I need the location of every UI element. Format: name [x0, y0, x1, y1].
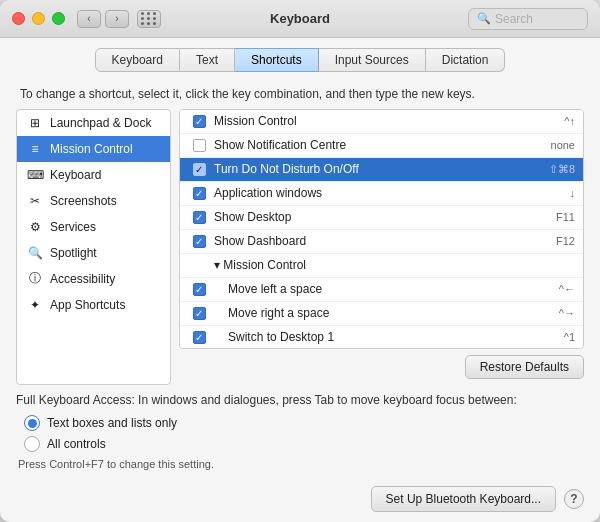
radio-inner-text-boxes: [28, 419, 37, 428]
search-box[interactable]: 🔍 Search: [468, 8, 588, 30]
sidebar-label-services: Services: [50, 220, 96, 234]
spotlight-icon: 🔍: [27, 245, 43, 261]
sidebar-item-keyboard[interactable]: ⌨ Keyboard: [17, 162, 170, 188]
checkbox-8[interactable]: ✓: [193, 307, 206, 320]
services-icon: ⚙: [27, 219, 43, 235]
keyboard-window: ‹ › Keyboard 🔍 Search Keyboard Text Shor…: [0, 0, 600, 522]
shortcut-row-show-dashboard[interactable]: ✓ Show Dashboard F12: [180, 230, 583, 254]
tabs-bar: Keyboard Text Shortcuts Input Sources Di…: [0, 38, 600, 78]
shortcut-key-4: F11: [556, 211, 575, 223]
shortcut-name-1: Show Notification Centre: [210, 138, 551, 152]
search-placeholder: Search: [495, 12, 533, 26]
checkbox-4[interactable]: ✓: [193, 211, 206, 224]
check-cell-2: ✓: [188, 163, 210, 176]
sidebar-item-services[interactable]: ⚙ Services: [17, 214, 170, 240]
sidebar-item-accessibility[interactable]: ⓘ Accessibility: [17, 266, 170, 292]
shortcut-name-2: Turn Do Not Disturb On/Off: [210, 162, 549, 176]
checkbox-3[interactable]: ✓: [193, 187, 206, 200]
tab-dictation[interactable]: Dictation: [426, 48, 506, 72]
check-cell-7: ✓: [188, 283, 210, 296]
check-cell-4: ✓: [188, 211, 210, 224]
check-cell-5: ✓: [188, 235, 210, 248]
traffic-lights: [12, 12, 65, 25]
minimize-button[interactable]: [32, 12, 45, 25]
shortcut-row-switch-desktop[interactable]: ✓ Switch to Desktop 1 ^1: [180, 326, 583, 349]
shortcut-row-mission-control-header[interactable]: ✓ Mission Control ^↑: [180, 110, 583, 134]
shortcut-key-8: ^→: [559, 307, 575, 319]
shortcut-key-2: ⇧⌘8: [549, 163, 575, 176]
check-cell-3: ✓: [188, 187, 210, 200]
shortcut-row-show-desktop[interactable]: ✓ Show Desktop F11: [180, 206, 583, 230]
check-cell-1: [188, 139, 210, 152]
app-grid-button[interactable]: [137, 10, 161, 28]
checkbox-9[interactable]: ✓: [193, 331, 206, 344]
tab-shortcuts[interactable]: Shortcuts: [235, 48, 319, 72]
back-button[interactable]: ‹: [77, 10, 101, 28]
sidebar-item-spotlight[interactable]: 🔍 Spotlight: [17, 240, 170, 266]
fka-label: Full Keyboard Access: In windows and dia…: [16, 393, 584, 407]
shortcut-name-4: Show Desktop: [210, 210, 556, 224]
tab-keyboard[interactable]: Keyboard: [95, 48, 180, 72]
control-hint: Press Control+F7 to change this setting.: [16, 458, 584, 470]
shortcut-row-app-windows[interactable]: ✓ Application windows ↓: [180, 182, 583, 206]
shortcut-row-notification[interactable]: Show Notification Centre none: [180, 134, 583, 158]
shortcut-name-9: Switch to Desktop 1: [210, 330, 564, 344]
maximize-button[interactable]: [52, 12, 65, 25]
shortcut-row-move-right[interactable]: ✓ Move right a space ^→: [180, 302, 583, 326]
checkbox-1[interactable]: [193, 139, 206, 152]
check-cell-9: ✓: [188, 331, 210, 344]
right-panel: ✓ Mission Control ^↑ Show Notification C…: [179, 109, 584, 385]
check-cell-0: ✓: [188, 115, 210, 128]
radio-row-text-boxes[interactable]: Text boxes and lists only: [24, 415, 584, 431]
shortcut-key-7: ^←: [559, 283, 575, 295]
restore-btn-row: Restore Defaults: [179, 349, 584, 385]
window-title: Keyboard: [270, 11, 330, 26]
bottom-bar: Set Up Bluetooth Keyboard... ?: [0, 480, 600, 522]
sidebar-item-mission-control[interactable]: ≡ Mission Control: [17, 136, 170, 162]
shortcut-key-5: F12: [556, 235, 575, 247]
sidebar-item-screenshots[interactable]: ✂ Screenshots: [17, 188, 170, 214]
shortcut-row-do-not-disturb[interactable]: ✓ Turn Do Not Disturb On/Off ⇧⌘8: [180, 158, 583, 182]
restore-defaults-button[interactable]: Restore Defaults: [465, 355, 584, 379]
main-content: ⊞ Launchpad & Dock ≡ Mission Control ⌨ K…: [0, 109, 600, 385]
screenshots-icon: ✂: [27, 193, 43, 209]
sidebar-item-launchpad[interactable]: ⊞ Launchpad & Dock: [17, 110, 170, 136]
launchpad-icon: ⊞: [27, 115, 43, 131]
sidebar-label-app-shortcuts: App Shortcuts: [50, 298, 125, 312]
forward-button[interactable]: ›: [105, 10, 129, 28]
shortcut-row-mc-sub[interactable]: ▾ Mission Control: [180, 254, 583, 278]
shortcut-name-7: Move left a space: [210, 282, 559, 296]
tab-input-sources[interactable]: Input Sources: [319, 48, 426, 72]
checkbox-7[interactable]: ✓: [193, 283, 206, 296]
bluetooth-keyboard-button[interactable]: Set Up Bluetooth Keyboard...: [371, 486, 556, 512]
checkbox-5[interactable]: ✓: [193, 235, 206, 248]
checkbox-2[interactable]: ✓: [193, 163, 206, 176]
shortcut-row-move-left[interactable]: ✓ Move left a space ^←: [180, 278, 583, 302]
tab-text[interactable]: Text: [180, 48, 235, 72]
description-text: To change a shortcut, select it, click t…: [0, 78, 600, 109]
mission-control-icon: ≡: [27, 141, 43, 157]
full-keyboard-access-area: Full Keyboard Access: In windows and dia…: [0, 385, 600, 480]
sidebar: ⊞ Launchpad & Dock ≡ Mission Control ⌨ K…: [16, 109, 171, 385]
help-button[interactable]: ?: [564, 489, 584, 509]
accessibility-icon: ⓘ: [27, 271, 43, 287]
checkbox-0[interactable]: ✓: [193, 115, 206, 128]
shortcut-name-6: ▾ Mission Control: [210, 258, 575, 272]
grid-dots-icon: [141, 12, 157, 25]
search-icon: 🔍: [477, 12, 491, 25]
nav-buttons: ‹ ›: [77, 10, 129, 28]
shortcut-name-0: Mission Control: [210, 114, 564, 128]
shortcut-name-5: Show Dashboard: [210, 234, 556, 248]
shortcut-name-3: Application windows: [210, 186, 570, 200]
sidebar-item-app-shortcuts[interactable]: ✦ App Shortcuts: [17, 292, 170, 318]
radio-all-controls[interactable]: [24, 436, 40, 452]
radio-text-boxes[interactable]: [24, 415, 40, 431]
sidebar-label-mission-control: Mission Control: [50, 142, 133, 156]
shortcut-key-9: ^1: [564, 331, 575, 343]
close-button[interactable]: [12, 12, 25, 25]
shortcut-key-1: none: [551, 139, 575, 151]
radio-row-all-controls[interactable]: All controls: [24, 436, 584, 452]
sidebar-label-keyboard: Keyboard: [50, 168, 101, 182]
sidebar-label-launchpad: Launchpad & Dock: [50, 116, 151, 130]
sidebar-label-spotlight: Spotlight: [50, 246, 97, 260]
